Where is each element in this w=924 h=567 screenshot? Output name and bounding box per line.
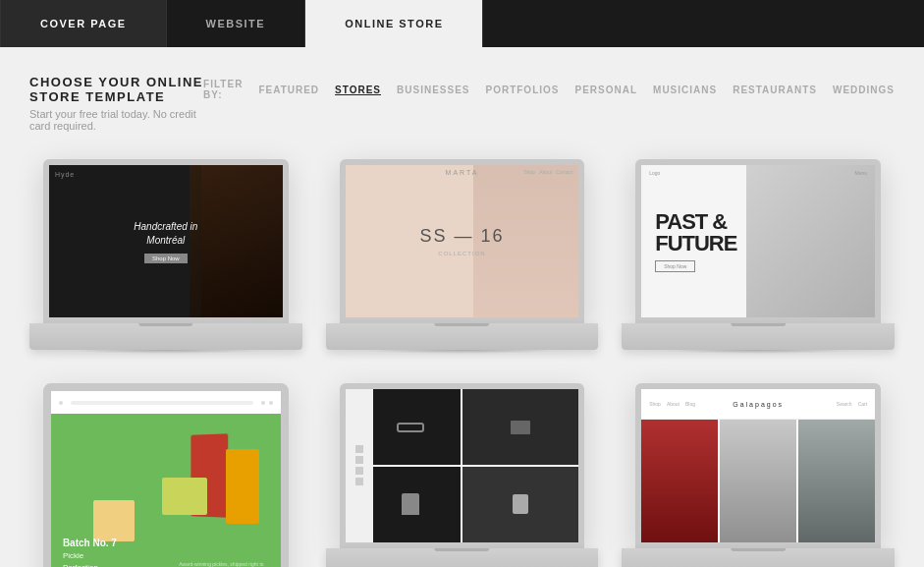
template-preview-sunglasses <box>346 389 579 541</box>
template-card-hyde[interactable]: Hyde Handcrafted inMontréal Shop Now <box>29 159 302 354</box>
template-card-sunglasses[interactable] <box>326 383 599 567</box>
template-preview-pickle: Batch No. 7PicklePerfection Award-winnin… <box>51 391 281 567</box>
filter-bar: Filter By: Featured Stores Businesses Po… <box>203 75 895 100</box>
template-grid: Hyde Handcrafted inMontréal Shop Now <box>29 159 895 567</box>
section-title: Choose Your Online Store Template <box>29 75 203 104</box>
template-preview-hyde: Hyde Handcrafted inMontréal Shop Now <box>49 165 283 317</box>
template-preview-past-future: Logo Menu PAST &FUTURE Shop Now <box>641 165 875 317</box>
section-title-block: Choose Your Online Store Template Start … <box>29 75 203 132</box>
section-subtitle: Start your free trial today. No credit c… <box>29 108 203 132</box>
filter-stores[interactable]: Stores <box>335 85 381 95</box>
tab-online-store[interactable]: Online Store <box>305 0 483 47</box>
template-card-galapagos[interactable]: ShopAboutBlog Galapagos SearchCart <box>622 383 895 567</box>
template-card-pickle[interactable]: Batch No. 7PicklePerfection Award-winnin… <box>29 383 302 567</box>
filter-businesses[interactable]: Businesses <box>397 85 469 95</box>
filter-label: Filter By: <box>203 79 243 100</box>
filter-musicians[interactable]: Musicians <box>653 85 717 95</box>
template-preview-galapagos: ShopAboutBlog Galapagos SearchCart <box>641 389 875 541</box>
template-preview-marta: MARTA ShopAboutContact SS — 16 COLLECTIO… <box>346 165 579 317</box>
section-header: Choose Your Online Store Template Start … <box>29 75 895 132</box>
template-card-marta[interactable]: MARTA ShopAboutContact SS — 16 COLLECTIO… <box>326 159 599 354</box>
tab-cover-page[interactable]: Cover Page <box>0 0 167 47</box>
tab-bar: Cover Page Website Online Store <box>0 0 924 47</box>
tab-website[interactable]: Website <box>167 0 306 47</box>
filter-restaurants[interactable]: Restaurants <box>733 85 817 95</box>
filter-portfolios[interactable]: Portfolios <box>485 85 559 95</box>
filter-personal[interactable]: Personal <box>574 85 637 95</box>
filter-weddings[interactable]: Weddings <box>833 85 895 95</box>
template-card-past-future[interactable]: Logo Menu PAST &FUTURE Shop Now <box>622 159 895 354</box>
filter-featured[interactable]: Featured <box>258 85 319 95</box>
main-content: Choose Your Online Store Template Start … <box>0 47 924 567</box>
